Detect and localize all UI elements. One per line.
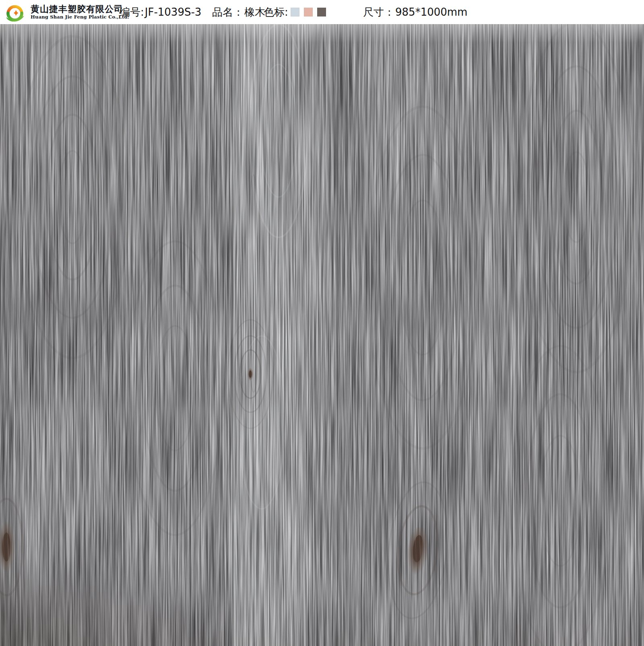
plank-seam (232, 24, 233, 646)
top-sheen (0, 24, 644, 43)
plank-seam (148, 24, 149, 646)
plank-seam-highlight (234, 24, 235, 646)
plank-seam (336, 24, 338, 646)
size-value: 985*1000mm (395, 6, 467, 18)
logo-warm-swirl (8, 6, 22, 16)
woodgrain-specimen (0, 24, 644, 646)
color-swatch-1 (291, 8, 299, 16)
product-name-field: 品名：橡木 (212, 0, 265, 24)
color-swatch-3 (317, 8, 326, 16)
header-bar: 黄山捷丰塑胶有限公司 Huang Shan Jie Feng Plastic C… (0, 0, 644, 24)
company-name-en: Huang Shan Jie Feng Plastic Co.,Ltd. (31, 14, 123, 20)
color-swatches (291, 8, 326, 16)
product-specimen-page: 黄山捷丰塑胶有限公司 Huang Shan Jie Feng Plastic C… (0, 0, 644, 646)
company-name-block: 黄山捷丰塑胶有限公司 Huang Shan Jie Feng Plastic C… (31, 4, 123, 20)
product-code-label: 编号: (120, 6, 144, 18)
product-code-field: 编号:JF-1039S-3 (120, 0, 201, 24)
logo-star-icon (14, 10, 19, 16)
size-label: 尺寸： (363, 6, 394, 18)
company-name-cn: 黄山捷丰塑胶有限公司 (31, 4, 123, 14)
woodgrain-texture (0, 24, 644, 646)
color-swatch-2 (304, 8, 313, 16)
product-name-value: 橡木 (244, 6, 265, 18)
color-mark-field: 色标: (264, 0, 289, 24)
color-mark-label: 色标: (264, 6, 288, 18)
size-field: 尺寸：985*1000mm (363, 0, 467, 24)
product-name-label: 品名： (212, 6, 244, 18)
product-code-value: JF-1039S-3 (145, 6, 202, 18)
company-logo-icon (4, 1, 26, 23)
plank-seam (516, 24, 517, 646)
